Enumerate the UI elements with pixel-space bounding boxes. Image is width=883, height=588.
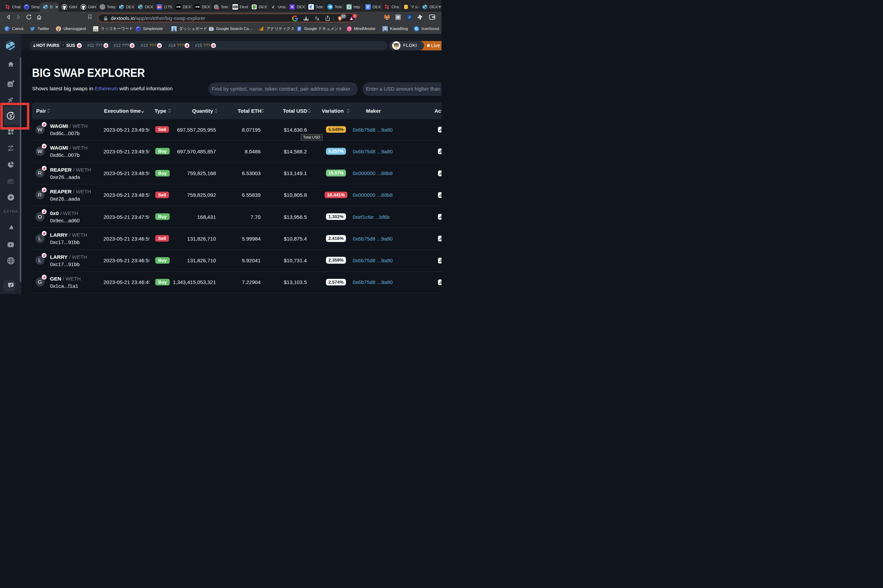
- svg-text:+: +: [10, 147, 11, 150]
- svg-text:C: C: [6, 27, 8, 30]
- svg-text:A: A: [317, 18, 319, 21]
- svg-text:M: M: [397, 15, 399, 19]
- svg-text:1k+: 1k+: [157, 6, 161, 8]
- svg-text:B2C: B2C: [233, 6, 237, 8]
